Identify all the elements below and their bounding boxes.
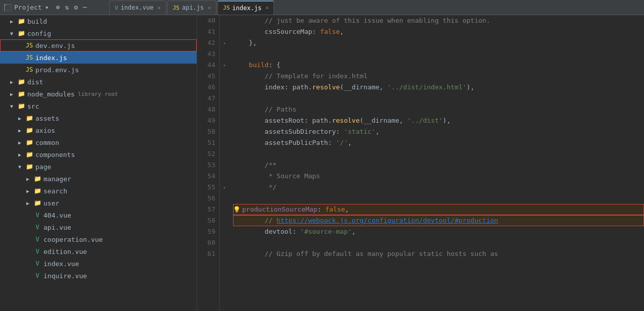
project-dropdown[interactable]: ▾ (45, 4, 49, 11)
tab-api-js-label: api.js (182, 4, 204, 11)
folder-icon-page: 📁 (25, 163, 33, 171)
folder-icon-node-modules: 📁 (17, 90, 25, 98)
sidebar-item-user[interactable]: ▶ 📁 user (0, 197, 197, 209)
sidebar-item-common[interactable]: ▶ 📁 common (0, 136, 197, 148)
sidebar-item-dist[interactable]: ▶ 📁 dist (0, 76, 197, 88)
tab-index-vue[interactable]: V index.vue × (109, 1, 166, 15)
sidebar-item-config[interactable]: ▼ 📁 config (0, 27, 197, 39)
label-page: page (35, 163, 51, 171)
sidebar-item-dev-env-js[interactable]: JS dev.env.js (0, 39, 197, 51)
folder-icon-axios: 📁 (25, 126, 33, 134)
gutter: ▾ ▾ ▾ (220, 15, 229, 311)
label-manager: manager (43, 175, 71, 183)
vue-icon: V (115, 5, 118, 11)
arrow-dist: ▶ (10, 79, 16, 85)
gutter-44[interactable]: ▾ (220, 60, 229, 71)
gutter-42[interactable]: ▾ (220, 37, 229, 48)
line-58: // https://webpack.js.org/configuration/… (233, 215, 644, 226)
label-dist: dist (27, 78, 43, 86)
label-src: src (27, 102, 39, 110)
project-label: Project (14, 4, 42, 11)
line-41: cssSourceMap: false, (233, 26, 644, 37)
label-components: components (35, 151, 75, 159)
tab-close-index-js[interactable]: × (265, 5, 268, 11)
folder-icon-common: 📁 (25, 138, 33, 146)
js-icon-api: JS (173, 5, 179, 11)
vue-icon-cooperation: V (33, 235, 41, 243)
gutter-61 (220, 248, 229, 260)
gutter-46 (220, 82, 229, 93)
sidebar-item-api-vue[interactable]: V api.vue (0, 221, 197, 233)
sidebar-item-edition-vue[interactable]: V edition.vue (0, 245, 197, 257)
sidebar-item-axios[interactable]: ▶ 📁 axios (0, 124, 197, 136)
code-container: 40 41 42 43 44 45 46 47 48 49 50 51 52 5… (197, 15, 644, 311)
sidebar-item-build[interactable]: ▶ 📁 build (0, 15, 197, 27)
file-tree: ▶ 📁 build ▼ 📁 config JS dev.env.js JS in… (0, 15, 197, 311)
folder-icon-src: 📁 (17, 102, 25, 110)
folder-icon-dist: 📁 (17, 78, 25, 86)
label-user: user (43, 199, 59, 207)
gutter-45 (220, 71, 229, 82)
line-47 (233, 93, 644, 104)
sidebar-item-components[interactable]: ▶ 📁 components (0, 148, 197, 161)
arrow-page: ▼ (18, 164, 24, 170)
code-lines[interactable]: // just be aware of this issue when enab… (229, 15, 644, 311)
tab-close-api-js[interactable]: × (208, 5, 211, 11)
arrow-config: ▼ (10, 31, 16, 36)
line-61: // Gzip off by default as many popular s… (233, 248, 644, 260)
sort-icon[interactable]: ⇅ (65, 4, 69, 11)
tab-index-js[interactable]: JS index.js × (217, 1, 274, 15)
vue-icon-index: V (33, 260, 41, 268)
sidebar-item-node-modules[interactable]: ▶ 📁 node_modules library root (0, 88, 197, 100)
sidebar-item-inquire-vue[interactable]: V inquire.vue (0, 270, 197, 282)
minimize-icon[interactable]: ─ (83, 4, 87, 11)
line-50: assetsSubDirectory: 'static', (233, 126, 644, 137)
main-layout: ▶ 📁 build ▼ 📁 config JS dev.env.js JS in… (0, 15, 644, 311)
label-common: common (35, 139, 59, 146)
globe-icon[interactable]: ⊕ (56, 4, 60, 11)
line-57: 💡productionSourceMap: false, (233, 204, 644, 215)
arrow-src: ▼ (10, 103, 16, 109)
settings-icon[interactable]: ⚙ (74, 4, 78, 11)
arrow-components: ▶ (18, 152, 24, 158)
sidebar-item-search[interactable]: ▶ 📁 search (0, 185, 197, 197)
folder-icon-assets: 📁 (25, 114, 33, 122)
sidebar-item-prod-env-js[interactable]: JS prod.env.js (0, 64, 197, 76)
arrow-user: ▶ (26, 200, 32, 206)
gutter-48 (220, 104, 229, 115)
sidebar-item-src[interactable]: ▼ 📁 src (0, 100, 197, 112)
sidebar-item-manager[interactable]: ▶ 📁 manager (0, 173, 197, 185)
js-icon-prod-env: JS (25, 66, 33, 74)
js-icon-dev-env: JS (25, 41, 33, 49)
line-55: */ (233, 182, 644, 193)
sidebar-item-404-vue[interactable]: V 404.vue (0, 209, 197, 221)
sidebar-item-cooperation-vue[interactable]: V cooperation.vue (0, 233, 197, 245)
library-root-label: library root (78, 91, 118, 97)
gutter-47 (220, 93, 229, 104)
warning-icon-57: 💡 (233, 206, 241, 213)
gutter-40 (220, 15, 229, 26)
tab-index-vue-label: index.vue (121, 4, 154, 11)
gutter-49 (220, 115, 229, 126)
folder-icon-search: 📁 (33, 187, 41, 195)
sidebar-item-index-vue-file[interactable]: V index.vue (0, 257, 197, 270)
sidebar-item-page[interactable]: ▼ 📁 page (0, 161, 197, 173)
project-title: ⬛ Project ▾ ⊕ ⇅ ⚙ ─ (4, 4, 105, 11)
arrow-common: ▶ (18, 140, 24, 145)
label-config: config (27, 30, 51, 37)
sidebar-item-index-js[interactable]: JS index.js (0, 51, 197, 64)
gutter-53 (220, 160, 229, 171)
gutter-50 (220, 126, 229, 137)
label-dev-env-js: dev.env.js (35, 42, 75, 49)
project-icon: ⬛ (4, 4, 11, 11)
tab-api-js[interactable]: JS api.js × (167, 1, 217, 15)
folder-icon-user: 📁 (33, 199, 41, 207)
folder-icon-build: 📁 (17, 17, 25, 25)
line-49: assetsRoot: path.resolve(__dirname, '../… (233, 115, 644, 126)
tab-close-index-vue[interactable]: × (158, 5, 161, 11)
editor-area: 40 41 42 43 44 45 46 47 48 49 50 51 52 5… (197, 15, 644, 311)
sidebar-item-assets[interactable]: ▶ 📁 assets (0, 112, 197, 124)
line-40: // just be aware of this issue when enab… (233, 15, 644, 26)
gutter-58 (220, 215, 229, 226)
gutter-55[interactable]: ▾ (220, 182, 229, 193)
